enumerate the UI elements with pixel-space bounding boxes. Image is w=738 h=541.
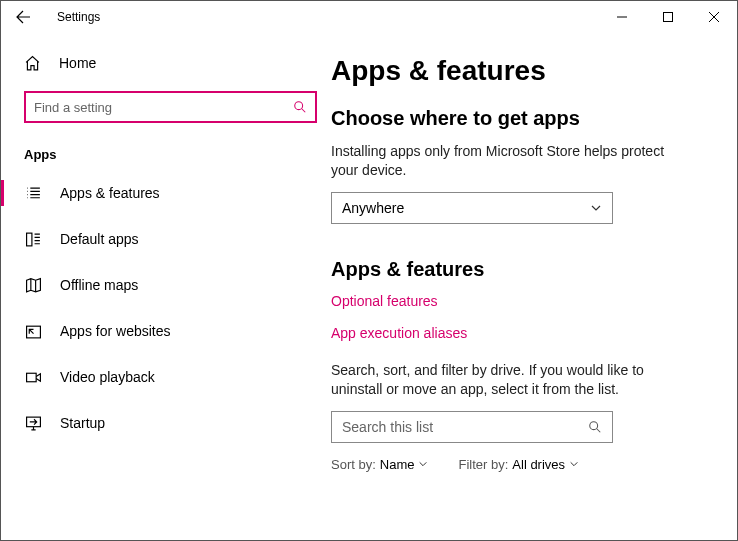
chevron-down-icon xyxy=(590,202,602,214)
sort-label: Sort by: xyxy=(331,457,376,472)
nav-item-label: Video playback xyxy=(60,369,155,385)
svg-rect-2 xyxy=(26,233,31,246)
filter-value: All drives xyxy=(512,457,565,472)
open-external-icon xyxy=(24,322,42,340)
settings-window: Settings Home xyxy=(0,0,738,541)
section-desc-source: Installing apps only from Microsoft Stor… xyxy=(331,142,691,180)
sort-filter-bar: Sort by: Name Filter by: All drives xyxy=(331,457,719,472)
find-setting-search[interactable] xyxy=(24,91,317,123)
maximize-icon xyxy=(663,12,673,22)
maximize-button[interactable] xyxy=(645,1,691,33)
minimize-icon xyxy=(617,12,627,22)
svg-point-6 xyxy=(590,421,598,429)
search-icon xyxy=(588,420,602,434)
list-icon xyxy=(24,184,42,202)
app-execution-aliases-link[interactable]: App execution aliases xyxy=(331,325,719,341)
list-desc: Search, sort, and filter by drive. If yo… xyxy=(331,361,691,399)
content: Apps & features Choose where to get apps… xyxy=(331,33,737,540)
chevron-down-icon xyxy=(418,459,428,469)
nav-group-header: Apps xyxy=(1,131,331,170)
nav-startup[interactable]: Startup xyxy=(1,400,331,446)
section-title-list: Apps & features xyxy=(331,258,719,281)
close-button[interactable] xyxy=(691,1,737,33)
nav-offline-maps[interactable]: Offline maps xyxy=(1,262,331,308)
nav-video-playback[interactable]: Video playback xyxy=(1,354,331,400)
home-icon xyxy=(24,55,41,72)
svg-point-1 xyxy=(295,102,303,110)
dropdown-value: Anywhere xyxy=(342,200,404,216)
body: Home Apps Apps & features Default xyxy=(1,33,737,540)
sort-value: Name xyxy=(380,457,415,472)
optional-features-link[interactable]: Optional features xyxy=(331,293,719,309)
arrow-left-icon xyxy=(15,9,31,25)
nav-item-label: Apps for websites xyxy=(60,323,171,339)
page-title: Apps & features xyxy=(331,55,719,87)
defaults-icon xyxy=(24,230,42,248)
chevron-down-icon xyxy=(569,459,579,469)
nav-item-label: Apps & features xyxy=(60,185,160,201)
nav-item-label: Startup xyxy=(60,415,105,431)
map-icon xyxy=(24,276,42,294)
nav-apps-features[interactable]: Apps & features xyxy=(1,170,331,216)
back-button[interactable] xyxy=(5,1,41,33)
minimize-button[interactable] xyxy=(599,1,645,33)
search-apps-input[interactable] xyxy=(342,419,588,435)
nav-apps-for-websites[interactable]: Apps for websites xyxy=(1,308,331,354)
nav-item-label: Default apps xyxy=(60,231,139,247)
svg-rect-4 xyxy=(26,373,36,382)
app-source-dropdown[interactable]: Anywhere xyxy=(331,192,613,224)
section-title-source: Choose where to get apps xyxy=(331,107,719,130)
home-nav[interactable]: Home xyxy=(1,45,331,81)
search-wrap xyxy=(24,91,317,123)
startup-icon xyxy=(24,414,42,432)
svg-rect-0 xyxy=(664,13,673,22)
svg-rect-3 xyxy=(26,326,40,338)
home-label: Home xyxy=(59,55,96,71)
filter-by-control[interactable]: Filter by: All drives xyxy=(458,457,579,472)
window-controls xyxy=(599,1,737,33)
filter-label: Filter by: xyxy=(458,457,508,472)
video-icon xyxy=(24,368,42,386)
sidebar: Home Apps Apps & features Default xyxy=(1,33,331,540)
sort-by-control[interactable]: Sort by: Name xyxy=(331,457,428,472)
nav-default-apps[interactable]: Default apps xyxy=(1,216,331,262)
nav-item-label: Offline maps xyxy=(60,277,138,293)
window-title: Settings xyxy=(57,10,100,24)
find-setting-input[interactable] xyxy=(34,100,293,115)
close-icon xyxy=(709,12,719,22)
search-icon xyxy=(293,100,307,114)
search-apps-box[interactable] xyxy=(331,411,613,443)
titlebar: Settings xyxy=(1,1,737,33)
titlebar-left: Settings xyxy=(5,1,100,33)
